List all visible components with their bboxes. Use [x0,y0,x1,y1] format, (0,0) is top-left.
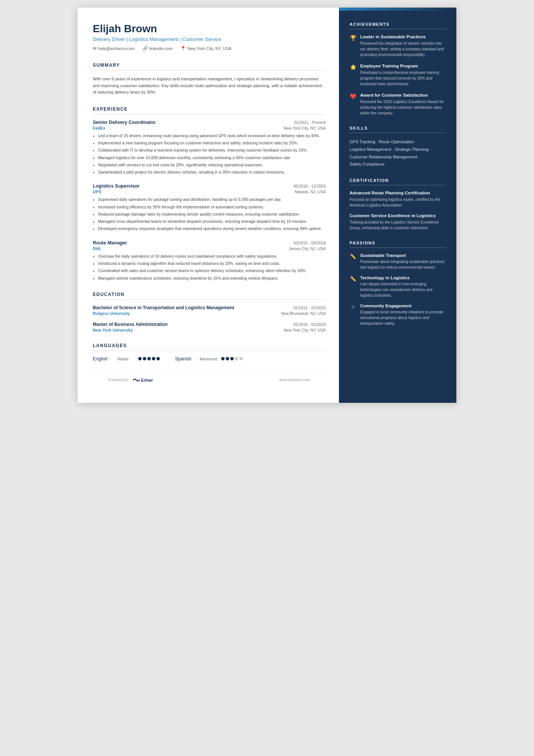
bullet: Coordinated with sales and customer serv… [98,268,326,274]
dot [156,357,160,360]
passion-title-3: Community Engagement [360,304,446,308]
job-title-3: Route Manager [93,240,127,246]
star-outline-icon: ☆ [350,304,356,326]
edu-degree-2: Master of Business Administration [93,322,294,327]
summary-text: With over 6 years of experience in logis… [93,76,326,96]
passions-title: PASSIONS [350,241,446,248]
edu-date-2: 01/2016 - 01/2018 [294,322,326,327]
achievement-2: ⭐ Employee Training Program Developed a … [350,64,446,87]
cert-item-2: Customer Service Excellence in Logistics… [350,213,446,231]
dot [147,357,151,360]
heart-icon: ❤️ [350,93,356,116]
experience-section: EXPERIENCE Senior Delivery Coordinator 0… [93,106,326,281]
dot [226,357,229,360]
skills-list: GPS Tracking · Route Optimization · Logi… [350,138,446,168]
bullet: Oversaw the daily operations of 10 deliv… [98,253,326,259]
lang-dots-spanish [221,357,243,360]
linkedin-value: linkedin.com [150,46,173,51]
bullet: Spearheaded a pilot project for electric… [98,169,326,175]
edu-location-2: New York City, NY, USA [284,328,326,332]
passion-3: ☆ Community Engagement Engaged in local … [350,304,446,326]
edu-date-1: 01/2011 - 01/2015 [294,305,326,310]
dot [239,357,243,360]
edu-school-2: New York University [93,328,133,332]
job-date-3: 03/2015 - 05/2018 [294,241,326,245]
email-value: help@enhancv.com [98,46,135,51]
edu-degree-1: Bachelor of Science in Transportation an… [93,305,294,310]
job-entry-1: Senior Delivery Coordinator 01/2021 - Pr… [93,120,326,175]
achievements-title: ACHIEVEMENTS [350,22,446,29]
job-title-1: Senior Delivery Coordinator [93,120,156,125]
dot [230,357,234,360]
bullet: Introduced a dynamic routing algorithm t… [98,260,326,266]
enhancv-logo: Enhancv [130,376,153,384]
cert-title-1: Advanced Route Planning Certification [350,191,446,195]
pencil-icon-2: ✏️ [350,276,356,298]
passion-desc-3: Engaged in local community initiatives t… [360,309,446,326]
pencil-icon-1: ✏️ [350,254,356,270]
languages-row: English Native Spanish Advanced [93,356,326,362]
summary-section: SUMMARY With over 6 years of experience … [93,63,326,96]
job-date-1: 01/2021 - Present [294,120,326,125]
achievement-desc-3: Received the 2020 Logistics Excellence A… [360,99,446,116]
passion-title-2: Technology in Logistics [360,275,446,280]
achievement-desc-1: Pioneered the integration of electric ve… [360,41,446,58]
dot [221,357,225,360]
email-contact: ✉ help@enhancv.com [93,46,135,51]
footer: Powered by Enhancv www.enhancv.com [93,372,326,388]
achievement-title-2: Employee Training Program [360,64,446,68]
header-section: Elijah Brown Delivery Driver | Logistics… [93,23,326,51]
location-value: New York City, NY, USA [187,46,231,51]
job-bullets-3: Oversaw the daily operations of 10 deliv… [93,253,326,281]
bullet: Reduced package damage rates by implemen… [98,211,326,217]
experience-title: EXPERIENCE [93,106,326,114]
summary-title: SUMMARY [93,63,326,70]
bullet: Collaborated with IT to develop a real-t… [98,147,326,153]
svg-text:Enhancv: Enhancv [141,378,153,382]
lang-level-spanish: Advanced [200,357,217,361]
dot [152,357,155,360]
lang-name-english: English [93,356,114,362]
education-title: EDUCATION [93,292,326,300]
candidate-title: Delivery Driver | Logistics Management |… [93,36,326,42]
job-location-1: New York City, NY, USA [284,126,326,130]
achievement-desc-2: Developed a comprehensive employee train… [360,70,446,87]
certification-title: CERTIFICATION [350,178,446,185]
contact-info: ✉ help@enhancv.com 🔗 linkedin.com 📍 New … [93,46,326,51]
bullet: Managed vehicle maintenance schedules, r… [98,275,326,281]
cert-desc-2: Training provided by the Logistics Servi… [350,219,446,231]
job-company-2: UPS [93,189,101,194]
achievements-section: ACHIEVEMENTS 🏆 Leader in Sustainable Pra… [350,22,446,116]
footer-website: www.enhancv.com [279,378,311,382]
location-contact: 📍 New York City, NY, USA [180,46,231,51]
trophy-icon: 🏆 [350,35,356,58]
bullet: Managed logistics for over 10,000 delive… [98,155,326,161]
lang-dots-english [138,357,160,360]
job-entry-2: Logistics Supervisor 06/2018 - 12/2020 U… [93,183,326,232]
language-spanish: Spanish Advanced [175,356,243,362]
passion-desc-2: I am deeply interested in how emerging t… [360,281,446,298]
job-bullets-2: Supervised daily operations for package … [93,196,326,232]
job-date-2: 06/2018 - 12/2020 [294,184,326,188]
dot [143,357,146,360]
candidate-name: Elijah Brown [93,23,326,35]
achievement-title-3: Award for Customer Satisfaction [360,93,446,97]
powered-label: Powered by [108,378,128,382]
bullet: Supervised daily operations for package … [98,196,326,202]
bullet: Negotiated with vendors to cut fuel cost… [98,162,326,168]
job-company-3: DHL [93,246,101,251]
star-icon: ⭐ [350,64,356,87]
skills-title: SKILLS [350,126,446,133]
lang-level-english: Native [117,357,134,361]
location-icon: 📍 [180,46,186,51]
bullet: Implemented a new training program focus… [98,140,326,146]
linkedin-contact: 🔗 linkedin.com [142,46,173,51]
achievement-title-1: Leader in Sustainable Practices [360,34,446,39]
bullet: Managed cross-departmental teams to stre… [98,218,326,224]
certification-section: CERTIFICATION Advanced Route Planning Ce… [350,178,446,231]
resume-container: Elijah Brown Delivery Driver | Logistics… [78,8,456,403]
dot [235,357,238,360]
edu-location-1: New Brunswick, NJ, USA [281,311,326,316]
passion-desc-1: Passionate about integrating sustainable… [360,259,446,270]
bullet: Developed emergency response strategies … [98,225,326,232]
